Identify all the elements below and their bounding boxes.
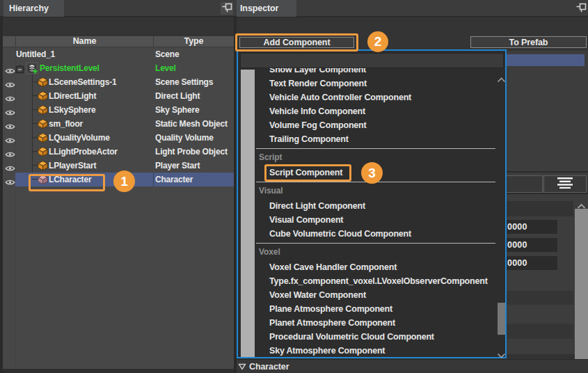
- hierarchy-row[interactable]: LQualityVolume Quality Volume: [3, 131, 234, 145]
- component-menu-entry[interactable]: Trailing Component: [256, 132, 495, 146]
- name-column-header[interactable]: Name: [16, 36, 153, 47]
- component-section-header[interactable]: Character: [237, 359, 588, 373]
- menu-entry-label: Type.fx_component_voxel.LVoxelObserverCo…: [269, 276, 488, 286]
- hierarchy-row[interactable]: LSkySphere Sky Sphere: [3, 103, 234, 117]
- hierarchy-row[interactable]: Untitled_1 Scene: [3, 47, 234, 61]
- entity-cube-icon: [38, 133, 48, 145]
- menu-entry-label: Script: [259, 152, 282, 162]
- hierarchy-pin-button[interactable]: [221, 2, 233, 15]
- component-menu-entry[interactable]: Text Render Component: [256, 77, 495, 90]
- hierarchy-filter-bar[interactable]: [3, 17, 234, 35]
- entity-name[interactable]: LQualityVolume: [49, 131, 110, 145]
- tree-branch-tick: [32, 123, 38, 124]
- annotation-badge-2: 2: [367, 31, 388, 52]
- hierarchy-table-header: Name Type: [3, 35, 234, 47]
- entity-type: Scene: [155, 47, 179, 61]
- tab-hierarchy[interactable]: Hierarchy: [3, 0, 64, 17]
- component-menu-entry[interactable]: Voxel: [256, 245, 495, 259]
- menu-entry-label: Direct Light Component: [269, 201, 365, 211]
- hierarchy-row[interactable]: LPlayerStart Player Start: [3, 159, 234, 173]
- entity-cube-icon: [38, 119, 48, 132]
- menu-entry-label: Text Render Component: [269, 79, 367, 88]
- tab-inspector[interactable]: Inspector: [237, 0, 296, 17]
- hierarchy-bottom-edge: [3, 369, 234, 373]
- inspector-pin-button[interactable]: [575, 2, 587, 15]
- hierarchy-tree: Untitled_1 Scene PersistentLevel Level: [3, 47, 234, 369]
- menu-entry-label: Procedural Volumetric Cloud Component: [269, 332, 434, 342]
- entity-type: Sky Sphere: [155, 103, 199, 117]
- annotation-badge-3: 3: [361, 162, 383, 184]
- menu-entry-label: Vehicle Info Component: [269, 106, 365, 116]
- editor-window: Hierarchy Inspector Name Type: [0, 0, 588, 373]
- collapse-triangle-icon[interactable]: [238, 360, 246, 373]
- entity-name[interactable]: PersistentLevel: [40, 61, 100, 75]
- pin-icon: [222, 2, 232, 15]
- tree-branch-tick: [32, 109, 38, 110]
- component-search-input[interactable]: [240, 53, 504, 68]
- component-menu-entry[interactable]: Sky Atmosphere Component: [256, 344, 495, 357]
- component-menu-entry[interactable]: Visual Component: [256, 213, 495, 227]
- component-menu-entry[interactable]: Visual: [256, 184, 495, 198]
- visibility-column-header[interactable]: [3, 36, 15, 47]
- scrollbar-thumb[interactable]: [575, 209, 588, 359]
- annotation-badge-1: 1: [113, 170, 135, 192]
- component-menu-entry[interactable]: Voxel Water Component: [256, 288, 495, 302]
- entity-name[interactable]: LLightProbeActor: [49, 145, 118, 159]
- component-menu-entry[interactable]: Vehicle Info Component: [256, 104, 495, 118]
- annotation-box-3: [264, 164, 351, 182]
- entity-name[interactable]: LPlayerStart: [49, 159, 96, 173]
- hierarchy-row[interactable]: LDirectLight Direct Light: [3, 89, 234, 103]
- component-menu-entry[interactable]: Script: [256, 150, 495, 164]
- entity-cube-icon: [38, 147, 48, 159]
- entity-cube-icon: [38, 105, 48, 118]
- entity-cube-icon: [38, 77, 48, 90]
- to-prefab-button[interactable]: To Prefab: [470, 36, 587, 48]
- entity-type: Direct Light: [155, 89, 200, 103]
- menu-entry-label: Volume Fog Component: [269, 120, 367, 130]
- component-menu-entry[interactable]: Vehicle Auto Controller Component: [256, 90, 495, 104]
- hierarchy-row[interactable]: PersistentLevel Level: [3, 61, 234, 75]
- menu-scrollbar[interactable]: [497, 51, 506, 357]
- hierarchy-row[interactable]: sm_floor Static Mesh Object: [3, 117, 234, 131]
- section-label: Character: [249, 362, 289, 372]
- menu-entry-label: Planet Atmosphere Component: [269, 318, 395, 328]
- menu-entry-label: Vehicle Auto Controller Component: [269, 93, 411, 102]
- component-list: Show Layer ComponentText Render Componen…: [256, 51, 495, 357]
- scroll-down-icon[interactable]: [497, 349, 506, 361]
- tree-branch-tick: [32, 151, 38, 152]
- menu-entry-label: Sky Atmosphere Component: [269, 346, 385, 356]
- component-menu-entry[interactable]: Volume Fog Component: [256, 118, 495, 132]
- type-column-header[interactable]: Type: [154, 36, 234, 47]
- menu-entry-label: Visual Component: [269, 215, 343, 225]
- entity-name[interactable]: sm_floor: [49, 117, 83, 131]
- hierarchy-row[interactable]: LSceneSettings-1 Scene Settings: [3, 75, 234, 89]
- scrollbar-thumb[interactable]: [498, 303, 505, 335]
- entity-cube-icon: [38, 91, 48, 104]
- list-options-button[interactable]: [543, 175, 587, 193]
- entity-name[interactable]: LSkySphere: [49, 103, 95, 117]
- inspector-scrollbar[interactable]: [575, 197, 588, 359]
- annotation-box-1: [29, 174, 105, 191]
- entity-type: Scene Settings: [155, 75, 213, 89]
- entity-cube-icon: [38, 161, 48, 173]
- entity-name[interactable]: LDirectLight: [49, 89, 96, 103]
- component-menu-entry[interactable]: Type.fx_component_voxel.LVoxelObserverCo…: [256, 274, 495, 288]
- annotation-box-2: [235, 33, 358, 51]
- entity-name[interactable]: LSceneSettings-1: [49, 75, 117, 89]
- menu-entry-label: Voxel: [259, 247, 280, 257]
- entity-type: Character: [155, 173, 193, 186]
- entity-type: Player Start: [155, 159, 200, 173]
- scroll-up-icon[interactable]: [497, 73, 506, 86]
- component-menu-entry[interactable]: Planet Atmosphere Component: [256, 316, 495, 330]
- component-menu-entry[interactable]: Cube Volumetric Cloud Component: [256, 227, 495, 241]
- entity-name[interactable]: Untitled_1: [16, 47, 55, 61]
- column-divider: [153, 173, 154, 186]
- component-menu-entry[interactable]: Direct Light Component: [256, 199, 495, 213]
- component-menu-entry[interactable]: Plane Atmosphere Component: [256, 302, 495, 316]
- component-menu-entry[interactable]: Procedural Volumetric Cloud Component: [256, 330, 495, 344]
- component-menu-entry[interactable]: Voxel Cave Handler Component: [256, 260, 495, 274]
- menu-separator: [256, 243, 495, 244]
- visibility-eye-icon[interactable]: [5, 176, 15, 189]
- entity-type: Light Probe Object: [155, 145, 228, 159]
- hierarchy-row[interactable]: LLightProbeActor Light Probe Object: [3, 145, 234, 159]
